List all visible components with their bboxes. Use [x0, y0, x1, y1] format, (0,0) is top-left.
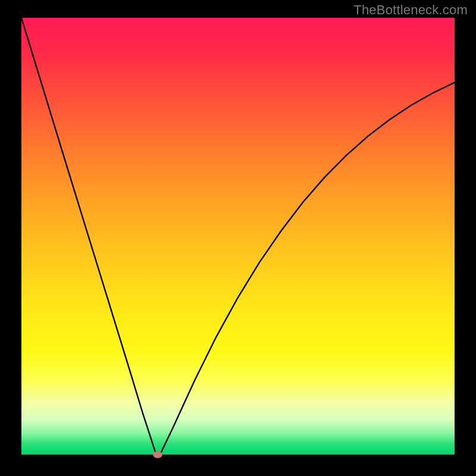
- bottleneck-curve-svg: [21, 18, 455, 455]
- optimal-point-marker: [153, 451, 162, 458]
- chart-frame: TheBottleneck.com: [0, 0, 476, 476]
- watermark-text: TheBottleneck.com: [353, 2, 468, 18]
- bottleneck-curve-path: [21, 18, 455, 455]
- plot-area: [21, 18, 455, 455]
